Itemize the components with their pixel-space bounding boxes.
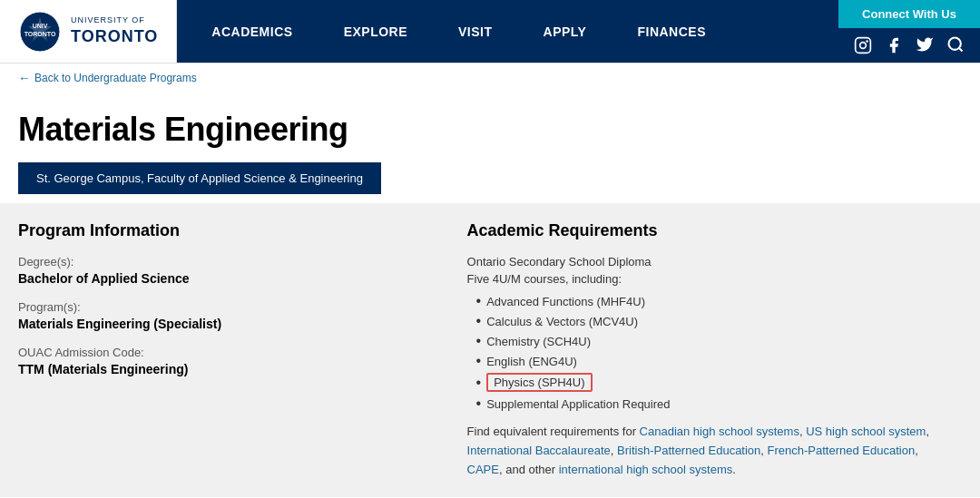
degree-value: Bachelor of Applied Science [18,271,431,286]
program-group: Program(s): Materials Engineering (Speci… [18,300,431,331]
list-item: English (ENG4U) [476,353,962,369]
page-title: Materials Engineering [18,111,962,149]
course-label: English (ENG4U) [486,355,577,368]
nav-academics[interactable]: ACADEMICS [186,0,318,63]
course-label: Supplemental Application Required [486,397,670,411]
cape-link[interactable]: CAPE [467,463,499,476]
find-equivalent-text: Find equivalent requirements for Canadia… [467,423,962,479]
courses-list: Advanced Functions (MHF4U) Calculus & Ve… [476,293,962,412]
svg-rect-4 [856,37,871,53]
list-item: Calculus & Vectors (MCV4U) [476,313,962,329]
list-item: Advanced Functions (MHF4U) [476,293,962,309]
list-item-physics: Physics (SPH4U) [476,373,962,392]
program-info-title: Program Information [18,221,431,240]
nav-visit[interactable]: VISIT [433,0,518,63]
logo-text: UNIVERSITY OF TORONTO [71,15,158,47]
svg-point-7 [949,38,961,50]
us-high-school-link[interactable]: US high school system [806,425,926,438]
svg-line-8 [959,48,963,52]
connect-with-us-button[interactable]: Connect With Us [838,0,980,28]
british-link[interactable]: British-Patterned Education [617,444,760,457]
french-link[interactable]: French-Patterned Education [768,444,916,457]
svg-point-6 [866,40,868,43]
course-label: Calculus & Vectors (MCV4U) [486,315,638,328]
nav-apply[interactable]: APPLY [518,0,612,63]
ib-link[interactable]: International Baccalaureate [467,444,611,457]
toronto-label: TORONTO [71,26,158,47]
program-label: Program(s): [18,300,431,314]
degree-group: Degree(s): Bachelor of Applied Science [18,255,431,286]
page-title-area: Materials Engineering [0,93,980,162]
instagram-icon[interactable] [852,36,874,58]
program-value: Materials Engineering (Specialist) [18,317,431,331]
canadian-high-school-link[interactable]: Canadian high school systems [640,425,799,438]
breadcrumb-label: Back to Undergraduate Programs [34,72,197,84]
twitter-icon[interactable] [914,35,936,58]
ouac-group: OUAC Admission Code: TTM (Materials Engi… [18,346,431,376]
ouac-label: OUAC Admission Code: [18,346,431,359]
breadcrumb-bar: ← Back to Undergraduate Programs [0,63,980,93]
ouac-value: TTM (Materials Engineering) [18,362,431,376]
main-nav: ACADEMICS EXPLORE VISIT APPLY FINANCES [177,0,838,63]
back-to-undergraduate-link[interactable]: ← Back to Undergraduate Programs [18,71,197,85]
academic-requirements-section: Academic Requirements Ontario Secondary … [467,221,962,479]
program-info-section: Program Information Degree(s): Bachelor … [18,221,431,479]
course-label: Advanced Functions (MHF4U) [486,295,645,308]
search-icon[interactable] [945,35,966,58]
international-link[interactable]: international high school systems [559,463,733,476]
nav-explore[interactable]: EXPLORE [318,0,433,63]
nav-finances[interactable]: FINANCES [612,0,731,63]
svg-point-5 [860,42,867,48]
logo-area: UNIV TORONTO UNIVERSITY OF TORONTO [0,0,177,63]
req-intro-line1: Ontario Secondary School Diploma [467,255,962,269]
connect-area: Connect With Us [838,0,980,63]
course-label: Chemistry (SCH4U) [486,335,591,348]
university-of-label: UNIVERSITY OF [71,15,158,26]
header: UNIV TORONTO UNIVERSITY OF TORONTO ACADE… [0,0,980,63]
course-label-highlighted: Physics (SPH4U) [486,373,592,392]
degree-label: Degree(s): [18,255,431,269]
uoft-crest-icon: UNIV TORONTO [18,10,62,54]
list-item: Supplemental Application Required [476,395,962,412]
back-arrow-icon: ← [18,71,31,85]
content-area: Program Information Degree(s): Bachelor … [0,203,980,497]
list-item: Chemistry (SCH4U) [476,333,962,349]
social-icons-bar [838,28,980,65]
facebook-icon[interactable] [883,36,905,58]
academic-requirements-title: Academic Requirements [467,221,962,240]
req-intro-line2: Five 4U/M courses, including: [467,272,962,286]
campus-banner: St. George Campus, Faculty of Applied Sc… [18,162,381,194]
